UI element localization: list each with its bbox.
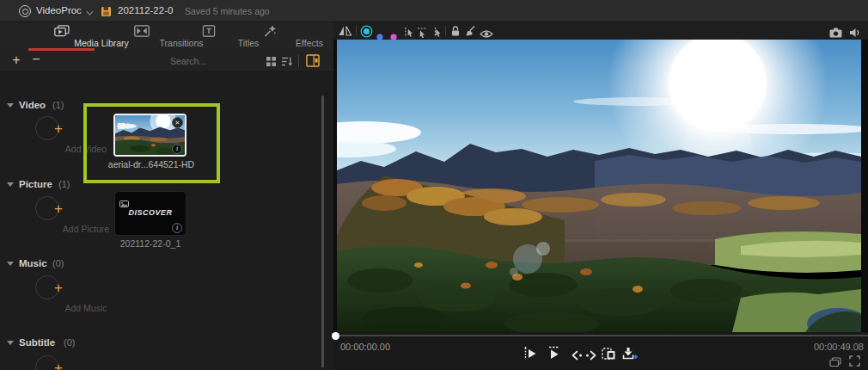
caret-down-icon bbox=[7, 341, 14, 345]
plus-circle-icon: + bbox=[35, 275, 59, 299]
library-content: Video (1) + Add Video bbox=[0, 72, 333, 370]
toolbar-divider bbox=[298, 55, 299, 67]
section-count: (1) bbox=[58, 179, 70, 189]
media-panel: Media Library Transitions T Titles bbox=[0, 22, 333, 370]
library-toolbar: + − Search... bbox=[0, 51, 333, 72]
playhead-handle[interactable] bbox=[332, 332, 339, 340]
plus-circle-icon: + bbox=[35, 355, 59, 370]
transitions-icon bbox=[134, 25, 150, 37]
add-picture-label: Add Picture bbox=[47, 224, 125, 234]
section-name: Music bbox=[19, 258, 47, 268]
float-window-icon[interactable] bbox=[829, 355, 841, 370]
flip-icon[interactable] bbox=[338, 25, 352, 40]
play-from-start-button[interactable] bbox=[524, 347, 537, 364]
info-icon[interactable]: i bbox=[172, 144, 182, 154]
total-duration: 00:00:49.08 bbox=[799, 342, 864, 352]
plus-circle-icon: + bbox=[35, 116, 59, 140]
section-header-music[interactable]: Music (0) bbox=[7, 258, 110, 270]
grid-view-icon[interactable] bbox=[266, 55, 277, 71]
broom-icon[interactable] bbox=[464, 25, 476, 40]
save-project-icon[interactable] bbox=[101, 5, 112, 21]
next-frame-button[interactable] bbox=[585, 348, 597, 364]
caret-down-icon bbox=[7, 262, 14, 266]
current-time: 00:00:00.00 bbox=[340, 342, 390, 352]
play-button[interactable] bbox=[547, 346, 560, 364]
info-icon[interactable]: i bbox=[172, 223, 182, 233]
fullscreen-icon[interactable] bbox=[849, 355, 860, 370]
crop-snapshot-button[interactable] bbox=[602, 347, 616, 364]
toolbar-divider bbox=[445, 26, 446, 36]
media-item-picture[interactable]: DISCOVER i bbox=[114, 191, 186, 236]
search-input[interactable]: Search... bbox=[170, 56, 218, 66]
panel-tabs: Media Library Transitions T Titles bbox=[0, 22, 333, 51]
section-count: (1) bbox=[52, 100, 64, 110]
section-name: Video bbox=[19, 100, 46, 110]
transport-bar: 00:00:00.00 00:00:49.08 bbox=[333, 332, 868, 370]
panel-scrollbar[interactable] bbox=[321, 96, 324, 367]
remove-item-icon[interactable]: ✕ bbox=[172, 117, 183, 128]
collapse-panel-icon[interactable] bbox=[306, 54, 320, 71]
sort-icon[interactable] bbox=[281, 55, 293, 71]
saved-status: Saved 5 minutes ago bbox=[185, 6, 270, 16]
app-name[interactable]: VideoProc bbox=[36, 5, 82, 15]
section-count: (0) bbox=[64, 337, 75, 348]
preview-toolbar bbox=[333, 22, 868, 40]
media-library-icon bbox=[54, 25, 70, 37]
videoproc-logo-icon bbox=[19, 5, 31, 17]
add-media-button[interactable]: + bbox=[9, 52, 24, 70]
titles-icon: T bbox=[203, 25, 216, 37]
picture-overlay-text: DISCOVER bbox=[115, 208, 186, 217]
export-add-button[interactable] bbox=[622, 347, 638, 364]
previous-frame-button[interactable] bbox=[571, 348, 583, 364]
chevron-down-icon[interactable] bbox=[87, 8, 94, 15]
media-item-video[interactable]: ✕ i bbox=[113, 114, 186, 157]
preview-video-art bbox=[337, 40, 861, 332]
section-name: Subtitle bbox=[19, 337, 55, 348]
add-music-label: Add Music bbox=[47, 303, 125, 313]
section-count: (0) bbox=[52, 258, 64, 268]
svg-text:T: T bbox=[206, 27, 211, 35]
section-header-picture[interactable]: Picture (1) bbox=[7, 179, 110, 191]
app-topbar: VideoProc 202112-22-0 Saved 5 minutes ag… bbox=[0, 0, 868, 22]
remove-media-button[interactable]: − bbox=[28, 52, 44, 69]
effects-wand-icon bbox=[263, 25, 277, 37]
section-header-subtitle[interactable]: Subtitle (0) bbox=[7, 337, 110, 349]
seek-bar[interactable] bbox=[337, 335, 868, 336]
lock-icon[interactable] bbox=[450, 25, 461, 40]
video-camera-icon bbox=[118, 118, 129, 133]
caret-down-icon bbox=[7, 103, 14, 108]
toolbar-divider bbox=[356, 26, 357, 36]
preview-video-frame[interactable] bbox=[337, 40, 861, 332]
media-item-label: 202112-22-0_1 bbox=[95, 238, 206, 249]
caret-down-icon bbox=[7, 182, 14, 187]
tab-media-library[interactable]: Media Library bbox=[22, 22, 101, 51]
project-title: 202112-22-0 bbox=[118, 5, 173, 15]
section-name: Picture bbox=[19, 179, 52, 189]
tab-effects[interactable]: Effects bbox=[230, 22, 309, 51]
media-item-label: aerial-dr...644521-HD bbox=[88, 159, 215, 170]
plus-circle-icon: + bbox=[35, 196, 59, 220]
